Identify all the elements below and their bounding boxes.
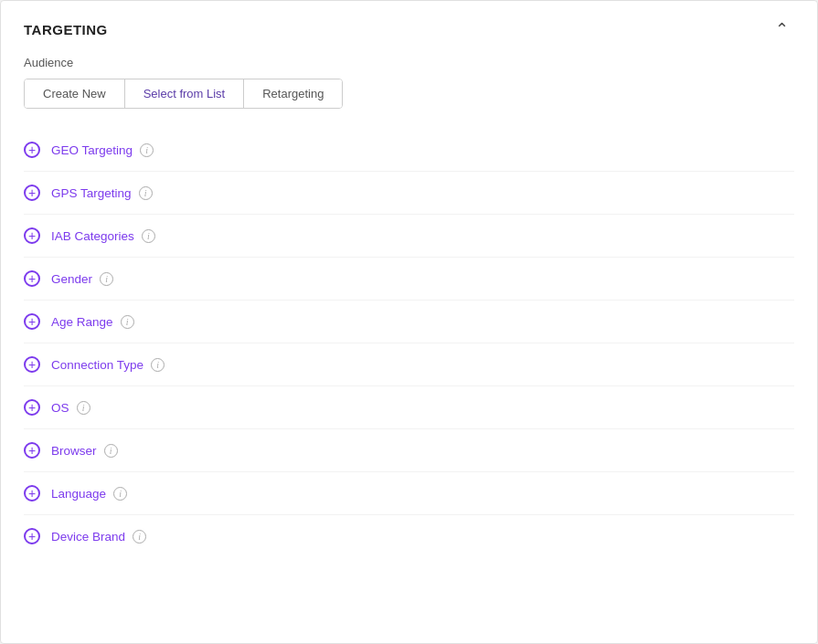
item-label-device-brand: Device Brand: [51, 530, 125, 544]
add-icon: +: [24, 399, 40, 416]
item-label-connection-type: Connection Type: [51, 358, 143, 372]
info-icon[interactable]: i: [142, 229, 155, 243]
item-label-gender: Gender: [51, 272, 92, 286]
tab-retargeting[interactable]: Retargeting: [244, 79, 342, 108]
targeting-list: +GEO Targetingi+GPS Targetingi+IAB Categ…: [24, 129, 794, 557]
targeting-item-browser[interactable]: +Browseri: [24, 429, 794, 472]
info-icon[interactable]: i: [100, 272, 113, 286]
item-label-geo-targeting: GEO Targeting: [51, 143, 133, 157]
add-icon: +: [24, 270, 40, 287]
add-icon: +: [24, 442, 40, 459]
item-label-age-range: Age Range: [51, 315, 113, 329]
panel-title: TARGETING: [24, 22, 108, 37]
info-icon[interactable]: i: [121, 315, 134, 329]
add-icon: +: [24, 528, 40, 544]
info-icon[interactable]: i: [140, 143, 154, 157]
info-icon[interactable]: i: [133, 530, 146, 544]
info-icon[interactable]: i: [113, 487, 127, 501]
add-icon: +: [24, 356, 40, 373]
info-icon[interactable]: i: [151, 358, 165, 372]
panel-header: TARGETING ⌃: [24, 19, 794, 39]
targeting-item-iab-categories[interactable]: +IAB Categoriesi: [24, 215, 794, 258]
targeting-item-language[interactable]: +Languagei: [24, 472, 794, 515]
targeting-item-age-range[interactable]: +Age Rangei: [24, 301, 794, 343]
audience-label: Audience: [24, 56, 794, 69]
item-label-os: OS: [51, 401, 69, 415]
item-label-language: Language: [51, 487, 106, 501]
item-label-browser: Browser: [51, 444, 97, 458]
tab-select-from-list[interactable]: Select from List: [125, 79, 245, 108]
targeting-panel: TARGETING ⌃ Audience Create New Select f…: [0, 0, 818, 644]
targeting-item-geo-targeting[interactable]: +GEO Targetingi: [24, 129, 794, 172]
add-icon: +: [24, 227, 40, 244]
add-icon: +: [24, 313, 40, 330]
add-icon: +: [24, 485, 40, 501]
info-icon[interactable]: i: [139, 186, 153, 200]
targeting-item-connection-type[interactable]: +Connection Typei: [24, 343, 794, 386]
targeting-item-os[interactable]: +OSi: [24, 386, 794, 429]
targeting-item-gender[interactable]: +Genderi: [24, 258, 794, 301]
add-icon: +: [24, 142, 40, 158]
collapse-button[interactable]: ⌃: [770, 19, 794, 39]
info-icon[interactable]: i: [77, 401, 90, 415]
tab-create-new[interactable]: Create New: [25, 79, 125, 108]
add-icon: +: [24, 185, 40, 201]
item-label-iab-categories: IAB Categories: [51, 229, 134, 243]
info-icon[interactable]: i: [104, 444, 118, 458]
targeting-item-gps-targeting[interactable]: +GPS Targetingi: [24, 172, 794, 215]
audience-tab-group: Create New Select from List Retargeting: [24, 79, 343, 109]
item-label-gps-targeting: GPS Targeting: [51, 186, 132, 200]
targeting-item-device-brand[interactable]: +Device Brandi: [24, 515, 794, 557]
